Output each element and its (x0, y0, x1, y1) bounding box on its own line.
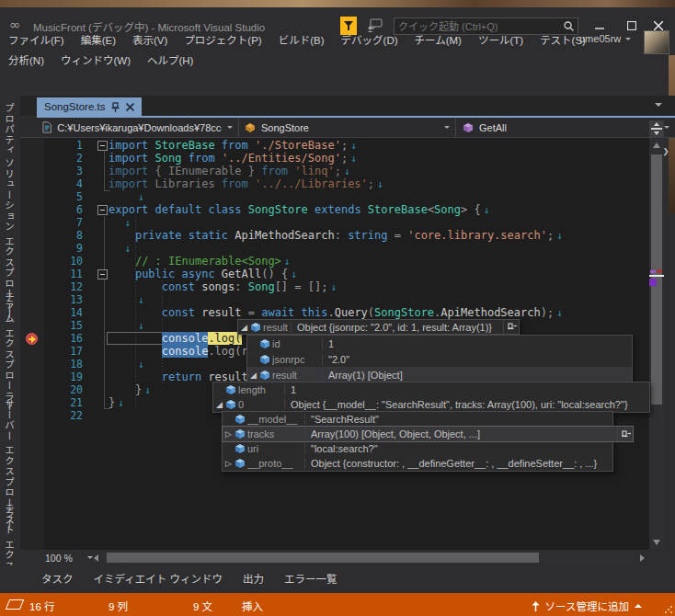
eol-mark: ↓ (138, 191, 144, 203)
vertical-scrollbar[interactable] (649, 138, 664, 550)
code-line[interactable]: import Libraries from '../../Libraries';… (20, 177, 649, 190)
status-bar: 16 行 9 列 9 文 挿入 ソース管理に追加 (0, 593, 675, 616)
menu-item[interactable]: デバッグ(D) (333, 30, 406, 49)
menu-item[interactable]: ヘルプ(H) (139, 51, 201, 69)
document-tab-songstore[interactable]: SongStore.ts (37, 97, 142, 116)
datatip-panel: length1◢0Object {__model__: "SearchResul… (212, 382, 650, 413)
side-tab[interactable]: プロパティ (3, 103, 17, 156)
expander-icon[interactable]: ◢ (238, 323, 250, 332)
user-avatar[interactable] (644, 30, 669, 54)
chevron-down-icon (227, 126, 233, 129)
code-line[interactable]: const result = await this.Query(SongStor… (20, 306, 649, 319)
scrollbar-thumb[interactable] (107, 553, 539, 563)
datatip-row[interactable]: ◢0Object {__model__: "SearchResult", tra… (213, 397, 649, 412)
breakpoint-current-statement-icon[interactable] (26, 333, 38, 345)
bottom-panel-tab[interactable]: タスク (41, 571, 74, 586)
menu-item[interactable]: 表示(V) (124, 30, 176, 49)
tab-label: SongStore.ts (44, 101, 105, 112)
scroll-down-button[interactable] (653, 540, 660, 545)
document-list-dropdown[interactable] (655, 103, 662, 107)
pin-icon[interactable] (617, 427, 633, 441)
property-icon (225, 399, 238, 410)
datatip-row[interactable]: uri"local:search?" (223, 441, 612, 456)
property-icon (235, 428, 247, 439)
class-dropdown[interactable]: SongStore (239, 118, 456, 137)
zoom-select[interactable]: 100 % (41, 551, 97, 565)
typescript-file-icon (42, 121, 51, 133)
menu-item[interactable]: ウィンドウ(W) (52, 51, 139, 69)
code-line[interactable]: ↓ (20, 242, 649, 255)
expander-icon[interactable]: ◢ (247, 371, 259, 380)
code-line[interactable]: ↓ (20, 216, 649, 229)
datatip-row[interactable]: ◢ result Object {jsonrpc: "2.0", id: 1, … (238, 320, 519, 334)
side-tab[interactable]: チーム エクスプローラー (3, 292, 17, 412)
datatip-panel: __model__"SearchResult"▷tracksArray(100)… (222, 411, 613, 472)
code-line[interactable]: export default class SongStore extends S… (20, 203, 649, 216)
horizontal-scrollbar[interactable] (103, 552, 635, 564)
code-line[interactable]: private static ApiMethodSearch: string =… (20, 229, 649, 242)
method-dropdown[interactable]: GetAll (457, 118, 675, 137)
code-line[interactable]: ↓ (20, 293, 649, 306)
fold-toggle[interactable] (97, 269, 108, 279)
bottom-panel-tab[interactable]: イミディエイト ウィンドウ (94, 571, 223, 586)
file-path-dropdown[interactable]: C:¥Users¥ikaruga¥Downloads¥78ccee (37, 118, 239, 137)
expander-icon[interactable]: ▷ (223, 429, 235, 439)
menu-item[interactable]: 編集(E) (73, 30, 124, 49)
bottom-panel-tab[interactable]: 出力 (243, 571, 264, 586)
datatip-row[interactable]: ◢resultArray(1) [Object] (247, 367, 632, 382)
code-line[interactable]: import { IEnumerable } from 'linq';↓ (20, 165, 649, 177)
menu-bar-row2: 分析(N)ウィンドウ(W)ヘルプ(H) (0, 50, 675, 70)
account-button[interactable]: ume05rw (579, 33, 631, 44)
add-to-source-control-label: ソース管理に追加 (545, 599, 629, 613)
pin-icon[interactable] (503, 320, 519, 334)
datatip-row-value: 1 (322, 338, 632, 349)
navigation-bar: C:¥Users¥ikaruga¥Downloads¥78ccee SongSt… (20, 118, 675, 138)
chevron-down-icon (625, 38, 631, 40)
datatip-row[interactable]: ▷tracksArray(100) [Object, Object, Objec… (223, 427, 633, 441)
menu-item[interactable]: ツール(T) (470, 30, 532, 49)
code-line[interactable]: // : IEnumerable<Song>↓ (20, 255, 649, 268)
menu-item[interactable]: ビルド(B) (270, 30, 333, 49)
property-icon (235, 458, 247, 469)
datatip-row[interactable]: __model__"SearchResult" (223, 412, 612, 427)
code-line[interactable]: public async GetAll() {↓ (20, 268, 649, 280)
code-line[interactable]: import Song from '../Entities/Song';↓ (20, 152, 649, 165)
datatip-row[interactable]: ▷__proto__Object {constructor: , __defin… (223, 456, 612, 471)
code-line[interactable]: ↓ (20, 190, 649, 203)
resize-grip[interactable] (664, 605, 673, 614)
close-icon[interactable] (126, 103, 134, 111)
scroll-up-button[interactable] (653, 143, 660, 148)
editor-split-handle[interactable] (649, 120, 664, 137)
datatip-row-name: __proto__ (247, 458, 304, 469)
menu-item[interactable]: プロジェクト(P) (176, 30, 269, 49)
code-line[interactable]: const songs: Song[] = [];↓ (20, 280, 649, 293)
property-icon (235, 414, 247, 425)
bottom-panel-tab[interactable]: エラー一覧 (284, 571, 338, 586)
eol-mark: ↓ (556, 230, 563, 242)
datatip-row-name: 0 (238, 399, 284, 410)
datatip-row[interactable]: id1 (247, 336, 632, 351)
add-to-source-control-button[interactable]: ソース管理に追加 (532, 599, 642, 613)
expander-icon[interactable]: ◢ (213, 400, 225, 409)
pin-icon[interactable] (111, 102, 120, 112)
fold-toggle[interactable] (97, 205, 108, 215)
scroll-left-button[interactable] (94, 554, 98, 562)
datatip-row[interactable]: length1 (213, 382, 649, 397)
fold-toggle[interactable] (97, 141, 108, 151)
menu-item[interactable]: ファイル(F) (0, 30, 73, 49)
code-line[interactable]: import StoreBase from './StoreBase';↓ (20, 139, 649, 152)
chevron-down-icon (444, 126, 450, 129)
menu-item[interactable]: チーム(M) (406, 30, 470, 49)
selection-mode-icon (6, 599, 24, 610)
eol-mark: ↓ (284, 256, 291, 268)
datatip-root: ◢ result Object {jsonrpc: "2.0", id: 1, … (237, 319, 520, 335)
eol-mark: ↓ (124, 243, 131, 255)
expander-icon[interactable]: ▷ (223, 459, 235, 468)
scroll-right-button[interactable] (640, 554, 645, 562)
menu-bar-row1: ファイル(F)編集(E)表示(V)プロジェクト(P)ビルド(B)デバッグ(D)チ… (0, 29, 675, 50)
property-icon (250, 322, 263, 333)
datatip-row-name: __model__ (247, 414, 304, 425)
chevron-down-icon (664, 126, 669, 129)
menu-item[interactable]: 分析(N) (0, 51, 52, 69)
datatip-row[interactable]: jsonrpc"2.0" (247, 351, 632, 367)
